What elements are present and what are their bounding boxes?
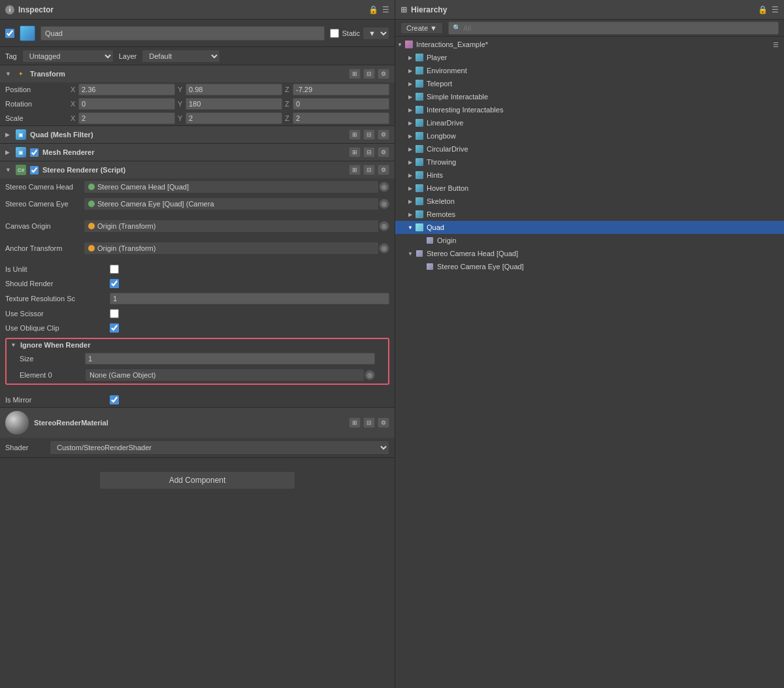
rotation-row: Rotation X Y Z bbox=[0, 97, 395, 111]
scene-root-item[interactable]: ▼ Interactions_Example* ☰ bbox=[395, 38, 784, 51]
stereo-camera-head-field[interactable]: Stereo Camera Head [Quad] bbox=[84, 180, 379, 193]
material-tool3[interactable]: ⚙ bbox=[378, 418, 389, 428]
tree-item-lineardrive[interactable]: ▶ LinearDrive bbox=[395, 116, 784, 129]
hierarchy-menu-icon[interactable]: ☰ bbox=[772, 5, 779, 14]
stereo-camera-head-circle-btn[interactable]: ◎ bbox=[379, 182, 389, 192]
shader-select[interactable]: Custom/StereoRenderShader bbox=[50, 440, 389, 455]
use-oblique-row: Use Oblique Clip bbox=[0, 321, 395, 335]
add-component-button[interactable]: Add Component bbox=[99, 471, 295, 489]
transform-tool-gear[interactable]: ⚙ bbox=[378, 69, 389, 79]
tree-item-stereo-camera-eye[interactable]: Stereo Camera Eye [Quad] bbox=[395, 260, 784, 273]
th-arrow: ▶ bbox=[406, 159, 415, 165]
scale-y-input[interactable] bbox=[186, 112, 282, 124]
use-oblique-checkbox[interactable] bbox=[110, 323, 119, 333]
stereo-camera-eye-row: Stereo Camera Eye Stereo Camera Eye [Qua… bbox=[0, 195, 395, 212]
mesh-renderer-tool3[interactable]: ⚙ bbox=[378, 147, 389, 157]
tree-item-skeleton[interactable]: ▶ Skeleton bbox=[395, 195, 784, 208]
create-button[interactable]: Create ▼ bbox=[400, 22, 443, 34]
position-z-input[interactable] bbox=[293, 84, 389, 95]
tree-item-origin[interactable]: Origin bbox=[395, 234, 784, 247]
hierarchy-lock-icon[interactable]: 🔒 bbox=[758, 5, 768, 14]
element0-field[interactable]: None (Game Object) bbox=[85, 369, 365, 382]
mesh-filter-tool1[interactable]: ⊞ bbox=[349, 129, 361, 140]
tree-item-hints[interactable]: ▶ Hints bbox=[395, 169, 784, 182]
rotation-y-input[interactable] bbox=[186, 98, 282, 110]
search-input[interactable] bbox=[463, 24, 774, 32]
sk-label: Skeleton bbox=[427, 197, 784, 205]
tree-item-simple-interactable[interactable]: ▶ Simple Interactable bbox=[395, 90, 784, 103]
tree-item-circulardrive[interactable]: ▶ CircularDrive bbox=[395, 142, 784, 156]
is-mirror-checkbox[interactable] bbox=[110, 395, 119, 404]
tree-item-environment[interactable]: ▶ Environment bbox=[395, 64, 784, 77]
ignore-when-render-header[interactable]: ▼ Ignore When Render bbox=[7, 339, 388, 351]
texture-res-input[interactable] bbox=[110, 293, 389, 304]
transform-tool-ref[interactable]: ⊞ bbox=[349, 69, 361, 79]
rotation-x-label: X bbox=[71, 100, 77, 108]
position-x-input[interactable] bbox=[78, 84, 175, 95]
layer-select[interactable]: Default bbox=[142, 50, 220, 63]
stereo-camera-head-row: Stereo Camera Head Stereo Camera Head [Q… bbox=[0, 178, 395, 195]
canvas-origin-field[interactable]: Origin (Transform) bbox=[84, 220, 379, 233]
lb-arrow: ▶ bbox=[406, 133, 415, 139]
ld-icon bbox=[415, 118, 424, 127]
material-tool2[interactable]: ⊟ bbox=[363, 418, 375, 428]
tree-item-hover-button[interactable]: ▶ Hover Button bbox=[395, 182, 784, 195]
mesh-filter-tool2[interactable]: ⊟ bbox=[363, 129, 375, 140]
stereo-camera-eye-circle-btn[interactable]: ◎ bbox=[379, 199, 389, 209]
element0-circle-btn[interactable]: ◎ bbox=[365, 370, 375, 380]
stereo-camera-eye-field[interactable]: Stereo Camera Eye [Quad] (Camera bbox=[84, 197, 379, 210]
scale-z-input[interactable] bbox=[293, 112, 389, 124]
tree-item-quad[interactable]: ▼ Quad bbox=[395, 221, 784, 234]
stereo-renderer-tool3[interactable]: ⚙ bbox=[378, 165, 389, 175]
rotation-z-input[interactable] bbox=[293, 98, 389, 110]
scale-x-input[interactable] bbox=[78, 112, 175, 124]
rotation-label: Rotation bbox=[5, 100, 71, 108]
material-tool1[interactable]: ⊞ bbox=[349, 418, 361, 428]
transform-tool-snap[interactable]: ⊟ bbox=[363, 69, 375, 79]
tree-item-teleport[interactable]: ▶ Teleport bbox=[395, 77, 784, 90]
transform-component-header[interactable]: ▼ ✦ Transform ⊞ ⊟ ⚙ bbox=[0, 65, 395, 82]
mesh-renderer-tool2[interactable]: ⊟ bbox=[363, 147, 375, 157]
static-checkbox[interactable] bbox=[330, 29, 339, 38]
mesh-renderer-tool1[interactable]: ⊞ bbox=[349, 147, 361, 157]
player-label: Player bbox=[427, 54, 784, 61]
hn-arrow: ▶ bbox=[406, 172, 415, 178]
rotation-x-input[interactable] bbox=[78, 98, 175, 110]
is-unlit-checkbox[interactable] bbox=[110, 265, 119, 274]
hierarchy-title: ⊞ Hierarchy bbox=[400, 5, 447, 14]
anchor-transform-circle-btn[interactable]: ◎ bbox=[379, 243, 389, 254]
canvas-origin-circle-btn[interactable]: ◎ bbox=[379, 221, 389, 231]
object-active-checkbox[interactable] bbox=[5, 29, 14, 38]
stereo-renderer-tool1[interactable]: ⊞ bbox=[349, 165, 361, 175]
sce-label: Stereo Camera Eye [Quad] bbox=[437, 263, 784, 270]
mesh-filter-header[interactable]: ▶ ▣ Quad (Mesh Filter) ⊞ ⊟ ⚙ bbox=[0, 126, 395, 143]
mesh-filter-tool3[interactable]: ⚙ bbox=[378, 129, 389, 140]
transform-icon: ✦ bbox=[16, 69, 26, 79]
lock-icon[interactable]: 🔒 bbox=[368, 5, 378, 14]
menu-icon[interactable]: ☰ bbox=[382, 5, 389, 14]
size-row: Size bbox=[7, 351, 388, 367]
position-y-input[interactable] bbox=[186, 84, 282, 95]
material-component: StereoRenderMaterial ⊞ ⊟ ⚙ Shader Custom… bbox=[0, 408, 395, 458]
size-input[interactable] bbox=[85, 353, 375, 365]
shader-label: Shader bbox=[5, 444, 44, 451]
stereo-renderer-checkbox[interactable] bbox=[30, 166, 39, 174]
tree-item-stereo-camera-head[interactable]: ▼ Stereo Camera Head [Quad] bbox=[395, 247, 784, 260]
tree-item-remotes[interactable]: ▶ Remotes bbox=[395, 208, 784, 221]
static-dropdown[interactable]: ▼ bbox=[363, 27, 389, 40]
quad-icon bbox=[415, 223, 424, 232]
tree-item-interesting-interactables[interactable]: ▶ Interesting Interactables bbox=[395, 103, 784, 116]
tag-select[interactable]: Untagged bbox=[22, 50, 114, 63]
scale-z-label: Z bbox=[285, 114, 291, 122]
object-name-input[interactable] bbox=[41, 26, 325, 41]
should-render-checkbox[interactable] bbox=[110, 279, 119, 288]
anchor-transform-field[interactable]: Origin (Transform) bbox=[84, 242, 379, 255]
stereo-renderer-tool2[interactable]: ⊟ bbox=[363, 165, 375, 175]
mesh-renderer-checkbox[interactable] bbox=[30, 148, 39, 157]
use-scissor-checkbox[interactable] bbox=[110, 309, 119, 318]
mesh-renderer-header[interactable]: ▶ ▣ Mesh Renderer ⊞ ⊟ ⚙ bbox=[0, 144, 395, 161]
tree-item-throwing[interactable]: ▶ Throwing bbox=[395, 156, 784, 169]
tree-item-longbow[interactable]: ▶ Longbow bbox=[395, 129, 784, 142]
tree-item-player[interactable]: ▶ Player bbox=[395, 51, 784, 64]
stereo-renderer-header[interactable]: ▼ C# Stereo Renderer (Script) ⊞ ⊟ ⚙ bbox=[0, 161, 395, 178]
